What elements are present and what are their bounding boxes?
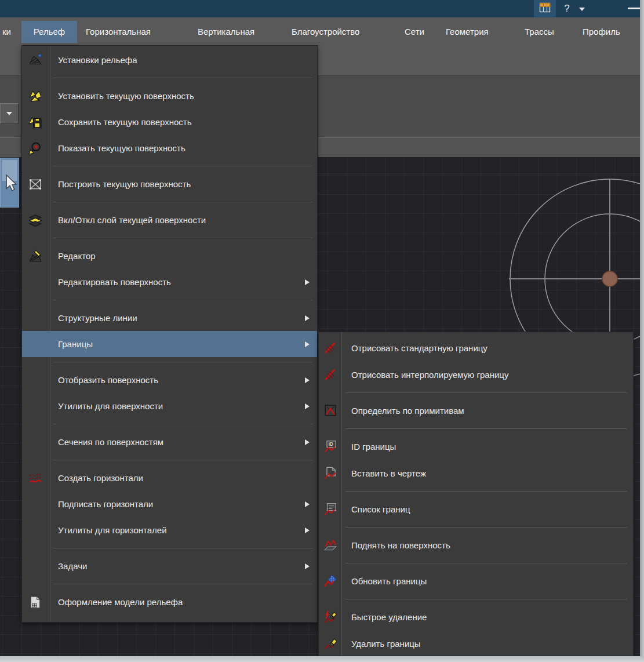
right-screen-edge [640, 0, 644, 662]
menu-item[interactable]: IDID границы [319, 433, 633, 460]
menu-item[interactable]: Быстрое удаление [319, 603, 633, 630]
chevron-down-icon[interactable] [579, 8, 585, 11]
menu-separator [22, 233, 317, 243]
menu-separator [319, 486, 633, 496]
toolbar-dropdown-button[interactable] [0, 103, 19, 124]
minimize-button[interactable] [628, 8, 640, 9]
menu-item-label: Редактор [58, 251, 96, 261]
menubar-item[interactable]: ки [2, 21, 11, 43]
menubar-item[interactable]: Вертикальная [198, 21, 254, 43]
menu-item-label: Быстрое удаление [351, 612, 427, 622]
menu-separator [22, 419, 317, 429]
menu-item-label: Определить по примитивам [351, 406, 464, 416]
menubar-item[interactable]: Горизонтальная [86, 21, 151, 43]
menu-separator [22, 161, 317, 171]
menu-separator [22, 455, 317, 465]
menu-separator [319, 424, 633, 433]
menubar-item[interactable]: Рельеф [21, 21, 77, 43]
menu-item[interactable]: Утилиты для горизонталей [22, 517, 317, 543]
raise-to-surface-icon [323, 537, 338, 552]
menu-item[interactable]: Вставить в чертеж [319, 460, 633, 486]
menu-item[interactable]: Список границ [319, 496, 633, 522]
select-tool-button[interactable] [0, 158, 19, 208]
svg-text:ID: ID [329, 442, 333, 447]
menu-item-label: Вкл/Откл слой текущей поверхности [58, 215, 206, 225]
menu-item[interactable]: Сечения по поверхностям [22, 429, 317, 455]
menu-item[interactable]: Определить по примитивам [319, 397, 633, 424]
menu-item-label: Удалить границы [351, 639, 421, 649]
menu-item-label: Поднять на поверхность [351, 540, 450, 550]
menu-item[interactable]: Редактировать поверхность [22, 269, 317, 295]
menu-item[interactable]: Задачи [22, 553, 317, 579]
menu-separator [22, 579, 317, 589]
menu-item-label: Задачи [58, 561, 87, 571]
menu-separator [319, 558, 633, 568]
submenu-arrow-icon [305, 341, 310, 347]
draw-standard-boundary-icon [323, 340, 338, 355]
menu-item[interactable]: Установки рельефа [22, 47, 317, 73]
app-window: ? киРельефГоризонтальнаяВертикальнаяБлаг… [0, 0, 644, 662]
menu-item[interactable]: Редактор [22, 243, 317, 269]
menubar-item[interactable]: Благоустройство [292, 21, 359, 43]
window-layout-icon [539, 1, 551, 16]
relief-menu: Установки рельефаУстановить текущую пове… [21, 45, 318, 623]
menu-bar: киРельефГоризонтальнаяВертикальнаяБлагоу… [0, 17, 644, 46]
menu-item-label: Обновить границы [351, 576, 427, 586]
build-surface-icon [28, 177, 43, 192]
menubar-item[interactable]: Трассы [525, 21, 554, 43]
menu-item[interactable]: Сохранить текущую поверхность [22, 109, 317, 135]
define-by-primitives-icon [323, 403, 338, 418]
menu-item[interactable]: Вкл/Откл слой текущей поверхности [22, 207, 317, 233]
help-button[interactable]: ? [559, 0, 574, 17]
menu-item[interactable]: Построить текущую поверхность [22, 171, 317, 197]
menu-item[interactable]: Утилиты для поверхности [22, 393, 317, 419]
menu-item[interactable]: Подписать горизонтали [22, 491, 317, 517]
submenu-arrow-icon [305, 528, 310, 533]
submenu-arrow-icon [305, 315, 310, 321]
menu-item[interactable]: Удалить границы [319, 630, 633, 657]
submenu-arrow-icon [305, 563, 310, 569]
submenu-arrow-icon [305, 439, 310, 445]
menu-item-label: Создать горизонтали [58, 473, 143, 483]
menu-item-label: Построить текущую поверхность [58, 179, 191, 189]
menu-item[interactable]: Показать текущую поверхность [22, 135, 317, 161]
menu-item[interactable]: Установить текущую поверхность [22, 83, 317, 109]
submenu-arrow-icon [305, 403, 310, 409]
menu-separator [319, 388, 633, 397]
menu-item-label: Показать текущую поверхность [58, 143, 185, 153]
menu-item[interactable]: Создать горизонтали [22, 465, 317, 491]
set-current-surface-icon [28, 89, 43, 104]
menu-item[interactable]: Отрисовать интерполируемую границу [319, 361, 633, 388]
menu-item[interactable]: Границы [22, 331, 317, 357]
bottom-screen-edge [0, 656, 644, 662]
create-contours-icon [28, 471, 43, 486]
quick-delete-icon [323, 609, 338, 624]
menubar-item[interactable]: Профиль [583, 21, 620, 43]
menu-item-label: Редактировать поверхность [58, 277, 171, 287]
menubar-item[interactable]: Сети [405, 21, 424, 43]
menu-item-label: Отобразить поверхность [58, 375, 158, 385]
save-surface-icon [28, 115, 43, 130]
menu-item-label: ID границы [351, 442, 396, 452]
window-layout-button[interactable] [534, 0, 556, 17]
submenu-arrow-icon [305, 377, 310, 383]
menu-item[interactable]: Отобразить поверхность [22, 367, 317, 393]
menu-item-label: Утилиты для горизонталей [58, 525, 167, 535]
menu-separator [319, 522, 633, 532]
cursor-arrow-icon [2, 173, 18, 193]
menu-item[interactable]: Оформление модели рельефа [22, 589, 317, 615]
menubar-item[interactable]: Геометрия [446, 21, 489, 43]
menu-item[interactable]: Отрисовать стандартную границу [319, 334, 633, 361]
menu-item[interactable]: Структурные линии [22, 305, 317, 331]
menu-item-label: Установить текущую поверхность [58, 91, 194, 101]
menu-item-label: Структурные линии [58, 313, 137, 323]
submenu-arrow-icon [305, 501, 310, 507]
menu-item[interactable]: Обновить границы [319, 568, 633, 594]
delete-boundaries-icon [323, 636, 338, 651]
menu-item-label: Список границ [351, 504, 410, 514]
show-surface-icon [28, 141, 43, 156]
menu-item[interactable]: Поднять на поверхность [319, 532, 633, 558]
menu-item-label: Оформление модели рельефа [58, 597, 183, 607]
menu-separator [22, 295, 317, 305]
menu-item-label: Границы [58, 339, 93, 349]
